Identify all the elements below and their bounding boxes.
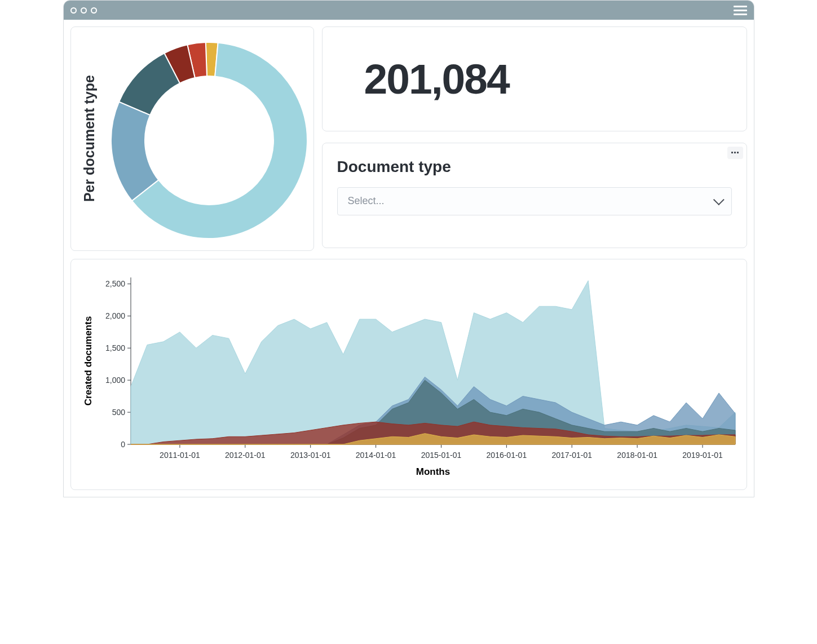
y-tick-label: 500	[112, 408, 125, 417]
per-document-type-card: Per document type	[70, 27, 314, 251]
x-tick-label: 2013-01-01	[290, 451, 330, 460]
area-chart-svg: Created documents05001,0001,5002,0002,50…	[79, 267, 741, 482]
window-titlebar	[64, 1, 754, 20]
y-tick-label: 1,500	[105, 343, 125, 352]
y-tick-label: 2,000	[105, 311, 125, 320]
y-tick-label: 2,500	[105, 279, 125, 288]
x-tick-label: 2011-01-01	[160, 451, 200, 460]
app-window: 201,084 Per document type Document type …	[63, 0, 754, 497]
donut-svg	[102, 37, 316, 240]
hamburger-icon	[734, 14, 747, 15]
filter-title: Document type	[337, 158, 732, 176]
chevron-down-icon	[713, 194, 724, 205]
y-tick-label: 0	[121, 440, 125, 449]
x-tick-label: 2017-01-01	[551, 451, 592, 460]
hamburger-icon	[734, 6, 747, 7]
x-axis-title: Months	[416, 466, 449, 477]
hamburger-icon	[734, 10, 747, 11]
donut-chart-title: Per document type	[81, 75, 98, 202]
x-tick-label: 2012-01-01	[224, 451, 265, 460]
x-tick-label: 2019-01-01	[682, 451, 723, 460]
window-controls	[70, 7, 97, 14]
x-tick-label: 2015-01-01	[421, 451, 461, 460]
document-type-select[interactable]: Select...	[337, 187, 732, 215]
card-options-button[interactable]	[727, 147, 743, 159]
y-tick-label: 1,000	[105, 376, 125, 385]
select-placeholder: Select...	[348, 195, 385, 207]
dots-icon	[734, 152, 736, 153]
donut-chart	[102, 37, 316, 240]
dots-icon	[731, 152, 733, 153]
created-documents-chart-card: Created documents05001,0001,5002,0002,50…	[70, 259, 747, 490]
document-type-filter-card: Document type Select...	[322, 143, 747, 248]
x-tick-label: 2018-01-01	[617, 451, 657, 460]
y-axis-title: Created documents	[83, 316, 94, 406]
x-tick-label: 2014-01-01	[355, 451, 396, 460]
window-control-dot[interactable]	[70, 7, 77, 14]
window-control-dot[interactable]	[91, 7, 97, 14]
menu-button[interactable]	[734, 6, 747, 15]
dashboard-grid: 201,084 Per document type Document type …	[64, 20, 754, 497]
total-documents-card: 201,084	[322, 27, 747, 131]
x-tick-label: 2016-01-01	[486, 451, 527, 460]
window-control-dot[interactable]	[81, 7, 87, 14]
total-documents-value: 201,084	[364, 55, 509, 103]
dots-icon	[737, 152, 739, 153]
